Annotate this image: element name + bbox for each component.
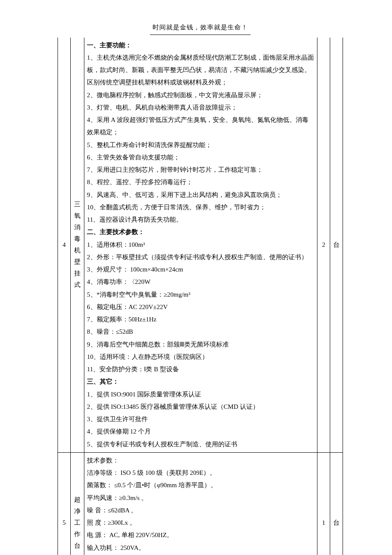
desc-line: 6、额定电压：AC 220V±22V xyxy=(87,301,314,313)
desc-line: 3、提供卫生许可批件 xyxy=(87,413,314,425)
desc-line: 9、消毒后空气中细菌总数：部颁Ⅲ类无菌环境标准 xyxy=(87,338,314,351)
desc-line: 4、提供保修期 12 个月 xyxy=(87,425,314,438)
desc-line: 三、其它： xyxy=(87,376,314,388)
row-description: 技术参数：洁净等级： ISO 5 级 100 级（美联邦 209E）。菌落数： … xyxy=(84,452,317,555)
desc-line: 5、整机工作寿命计时和清洗保养提醒功能； xyxy=(87,139,314,151)
document-page: 时间就是金钱，效率就是生命！ 4三氧消毒机壁挂式一、主要功能：1、主机壳体选用完… xyxy=(0,0,392,555)
desc-line: 1、提供 ISO:9001 国际质量管理体系认证 xyxy=(87,388,314,401)
row-index: 5 xyxy=(58,452,71,555)
desc-line: 10、全翻盖式机壳，方便于日常清洗、保养、维护，节时省力； xyxy=(87,201,314,214)
desc-line: 菌落数： ≤0.5 个/皿•时（φ90mm 培养平皿）。 xyxy=(87,479,314,491)
desc-line: 技术参数： xyxy=(87,454,314,467)
table-row: 4三氧消毒机壁挂式一、主要功能：1、主机壳体选用完全不燃烧的金属材质经现代防潮工… xyxy=(58,38,343,453)
desc-line: 平均风速：≥0.3m/s 。 xyxy=(87,492,314,504)
row-index: 4 xyxy=(58,38,71,453)
desc-line: 11、安全防护分类：Ⅰ类 B 型设备 xyxy=(87,363,314,376)
desc-line: 输入功耗： 250VA。 xyxy=(87,542,314,554)
desc-line: 2、外形：平板壁挂式（须提供专利证书或专利人授权生产制造、使用的证书） xyxy=(87,251,314,263)
table-row: 5超净工作台技术参数：洁净等级： ISO 5 级 100 级（美联邦 209E）… xyxy=(58,452,343,555)
row-unit: 台 xyxy=(330,452,343,555)
desc-line: 3、灯管、电机、风机自动检测带真人语音故障提示； xyxy=(87,101,314,114)
header-text: 时间就是金钱，效率就是生命！ xyxy=(150,21,251,35)
desc-line: 8、噪音：≤52dB xyxy=(87,326,314,338)
desc-line: 9、风速高、中、低可选，采用下进上出风结构，避免凉风直吹病员； xyxy=(87,189,314,201)
desc-line: 1、主机壳体选用完全不燃烧的金属材质经现代防潮工艺制成，面饰层采用水晶面板，款式… xyxy=(87,52,314,89)
page-header: 时间就是金钱，效率就是生命！ xyxy=(58,21,343,35)
desc-line: 4、消毒功率：〈220W xyxy=(87,276,314,288)
desc-line: 一、主要功能： xyxy=(87,39,314,52)
desc-line: 11、遥控器设计具有防丢失功能。 xyxy=(87,214,314,226)
desc-line: 照 度：≥300Lx 。 xyxy=(87,517,314,529)
row-qty: 2 xyxy=(317,38,330,453)
row-description: 一、主要功能：1、主机壳体选用完全不燃烧的金属材质经现代防潮工艺制成，面饰层采用… xyxy=(84,38,317,453)
desc-line: 2、提供 ISO:13485 医疗器械质量管理体系认证（CMD 认证） xyxy=(87,401,314,413)
desc-line: 电 源： AC, 单相 220V/50HZ。 xyxy=(87,529,314,541)
desc-line: 洁净等级： ISO 5 级 100 级（美联邦 209E）。 xyxy=(87,467,314,479)
desc-line: 噪 音：≤62dBA 。 xyxy=(87,504,314,517)
desc-line: 2、微电脑程序控制，触感式控制面板，中文背光液晶显示屏； xyxy=(87,89,314,101)
desc-line: 8、程控、遥控、手控多控消毒运行； xyxy=(87,176,314,188)
desc-line: 3、外观尺寸： 100cm×40cm×24cm xyxy=(87,263,314,276)
desc-line: 10、适用环境：人在静态环境（医院病区） xyxy=(87,351,314,363)
desc-line: 7、额定频率：50Hz±1Hz xyxy=(87,313,314,326)
desc-line: 1、适用体积：100m³ xyxy=(87,239,314,251)
desc-line: 6、主管失效备管自动支援功能； xyxy=(87,151,314,164)
row-name: 三氧消毒机壁挂式 xyxy=(71,38,84,453)
spec-table: 4三氧消毒机壁挂式一、主要功能：1、主机壳体选用完全不燃烧的金属材质经现代防潮工… xyxy=(58,38,343,555)
row-unit: 台 xyxy=(330,38,343,453)
desc-line: 5、*消毒时空气中臭氧量：≥20mg/m³ xyxy=(87,289,314,301)
desc-line: 7、采用进口主控制芯片，附带时钟计时芯片，工作稳定可靠； xyxy=(87,164,314,176)
desc-line: 4、采用 A 波段超强灯管低压方式产生臭氧，安全、臭氧纯、氮氧化物低、消毒效果稳… xyxy=(87,114,314,139)
desc-line: 二、主要技术参数： xyxy=(87,226,314,238)
desc-line: 5、提供专利证书或专利人授权生产制造、使用的证书 xyxy=(87,438,314,451)
row-name: 超净工作台 xyxy=(71,452,84,555)
row-qty: 1 xyxy=(317,452,330,555)
